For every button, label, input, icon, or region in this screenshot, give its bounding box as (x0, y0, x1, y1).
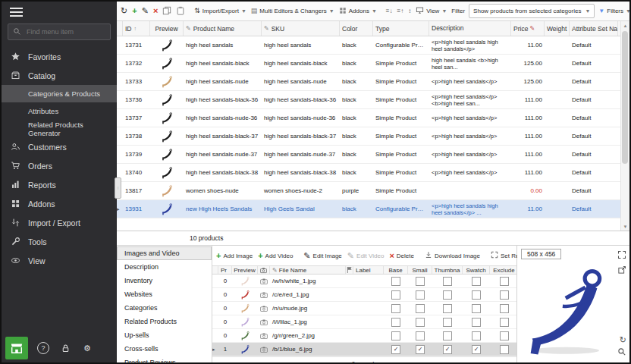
base-checkbox[interactable] (391, 318, 400, 327)
tab-up-sells[interactable]: Up-sells (117, 328, 212, 342)
tab-description[interactable]: Description (117, 260, 212, 274)
base-checkbox[interactable] (391, 290, 400, 300)
swatch-checkbox[interactable] (472, 277, 481, 286)
exclude-checkbox[interactable] (500, 345, 509, 354)
swatch-checkbox[interactable] (472, 318, 481, 327)
sidebar-item-catalog[interactable]: Catalog (2, 66, 117, 85)
copy-button[interactable] (162, 6, 171, 17)
tab-categories[interactable]: Categories (117, 301, 212, 315)
zoom-icon[interactable] (617, 346, 626, 359)
image-row-b-1-blue-6-jpg[interactable]: ▸1/b/1/blue_6.jpg✓✓✓✓ (212, 343, 516, 356)
swatch-checkbox[interactable] (472, 331, 481, 340)
scroll-down-icon[interactable]: ▼ (621, 222, 629, 231)
tab-related-products[interactable]: Related Products (117, 315, 212, 328)
image-row-l-i-lilac-1-jpg[interactable]: 0/l/i/lilac_1.jpg (212, 315, 516, 329)
thumbnail-checkbox[interactable]: ✓ (443, 345, 452, 354)
image-row-w-h-white-1-jpg[interactable]: 0/w/h/white_1.jpg (212, 275, 516, 288)
add-image-button[interactable]: +Add Image (216, 252, 253, 260)
image-row-g-r-green-2-jpg[interactable]: 0/g/r/green_2.jpg (212, 329, 516, 343)
exclude-checkbox[interactable] (500, 318, 509, 327)
tab-images-and-video[interactable]: Images and Video (117, 246, 212, 260)
column-header-preview[interactable]: Preview (150, 21, 184, 36)
sidebar-item-import-export[interactable]: Import / Export (2, 213, 117, 232)
search-input[interactable] (25, 27, 105, 36)
rotate-icon[interactable]: ↻ (620, 332, 626, 346)
small-checkbox[interactable] (416, 304, 425, 313)
thumbnail-checkbox[interactable] (443, 290, 452, 300)
import-export-menu[interactable]: ⇅ Import/Export▼ (194, 8, 246, 14)
small-checkbox[interactable] (416, 318, 425, 327)
sort-ascending-button[interactable]: ≡↓ (386, 8, 393, 14)
refresh-button[interactable]: ↻ (121, 7, 127, 15)
column-header-thumbnail[interactable]: Thumbna (432, 266, 463, 274)
column-header-product-name[interactable]: ✎Product Name (184, 21, 262, 36)
sidebar-item-customers[interactable]: Customers (2, 137, 117, 156)
column-header-label[interactable]: Label (353, 266, 384, 274)
swatch-checkbox[interactable] (472, 290, 481, 300)
product-row-13738[interactable]: 13738high heel sandals-black-37high heel… (117, 127, 623, 146)
lock-icon[interactable] (59, 344, 71, 353)
column-header-type[interactable]: Type (373, 21, 429, 36)
tab-inventory[interactable]: Inventory (117, 274, 212, 287)
sidebar-item-addons[interactable]: Addons (2, 194, 117, 213)
product-row-13740[interactable]: 13740high heel sandals-black-38high heel… (117, 164, 623, 182)
exclude-checkbox[interactable] (500, 331, 509, 340)
edit-image-button[interactable]: ✎Edit Image (303, 252, 341, 260)
column-header-weight[interactable]: Weight (545, 21, 570, 36)
column-header-file-name[interactable]: ✎File Name (270, 266, 346, 274)
menu-hamburger-icon[interactable] (10, 8, 23, 17)
help-icon[interactable]: ? (37, 342, 49, 354)
sidebar-search[interactable] (8, 24, 111, 40)
column-header-priority[interactable]: Pr (218, 266, 232, 274)
sidebar-item-tools[interactable]: Tools (2, 232, 117, 251)
download-image-button[interactable]: Download Image (425, 251, 480, 260)
column-header-description[interactable]: Description (429, 21, 511, 36)
thumbnail-checkbox[interactable] (443, 331, 452, 340)
add-video-button[interactable]: +Add Video (258, 252, 293, 260)
store-manager-logo-icon[interactable] (5, 337, 28, 359)
pane-splitter-handle[interactable]: ⁞ (115, 177, 121, 199)
tab-cross-sells[interactable]: Cross-sells (117, 342, 212, 356)
delete-image-button[interactable]: ×Delete (389, 252, 414, 260)
column-header-attribute-set[interactable]: Attribute Set Name (570, 21, 618, 36)
base-checkbox[interactable] (391, 331, 400, 340)
base-checkbox[interactable] (391, 277, 400, 286)
grid-scrollbar[interactable]: ▲ ▼ (620, 21, 629, 231)
base-checkbox[interactable] (391, 304, 400, 313)
product-row-13731[interactable]: 13731high heel sandalshigh heel sandalsb… (117, 36, 623, 55)
sidebar-subitem-categories-products[interactable]: Categories & Products (2, 85, 117, 102)
scroll-up-icon[interactable]: ▲ (621, 21, 629, 30)
sidebar-item-orders[interactable]: Orders (2, 156, 117, 175)
product-row-13736[interactable]: 13736high heel sandals-black-36high heel… (117, 91, 623, 109)
view-menu[interactable]: View▼ (416, 6, 447, 16)
image-row-c-e-red-1-jpg[interactable]: 0/c/e/red_1.jpg (212, 288, 516, 302)
small-checkbox[interactable] (416, 277, 425, 286)
column-header-swatch[interactable]: Swatch (463, 266, 490, 274)
column-header-small[interactable]: Small (408, 266, 432, 274)
product-row-13931[interactable]: ▸13931new High Heels SandalsHigh Geels S… (117, 200, 623, 218)
sidebar-item-view[interactable]: View (2, 251, 117, 270)
product-row-13737[interactable]: 13737high heel sandals-nude-36high heel … (117, 109, 623, 127)
tab-product-reviews[interactable]: Product Reviews (117, 356, 212, 364)
sidebar-item-favorites[interactable]: Favorites (2, 47, 117, 66)
scrollbar-thumb[interactable] (622, 31, 628, 164)
sort-toggle-button[interactable]: ↕ (408, 8, 411, 14)
image-row-n-u-nude-jpg[interactable]: 0/n/u/nude.jpg (212, 302, 516, 315)
preview-image[interactable] (520, 265, 619, 349)
thumbnail-checkbox[interactable] (443, 304, 452, 313)
product-row-13739[interactable]: 13739high heel sandals-nude-37high heel … (117, 146, 623, 164)
settings-gear-icon[interactable]: ⚙ (81, 344, 93, 353)
base-checkbox[interactable]: ✓ (391, 345, 400, 354)
small-checkbox[interactable]: ✓ (416, 345, 425, 354)
column-header-price[interactable]: Price✎ (511, 21, 545, 36)
multi-editors-menu[interactable]: ▤ Multi Editors & Changers▼ (251, 8, 334, 14)
column-header-id[interactable]: ID↑ (123, 21, 150, 36)
thumbnail-checkbox[interactable] (443, 318, 452, 327)
add-product-button[interactable]: + (132, 7, 137, 15)
small-checkbox[interactable] (416, 290, 425, 300)
column-header-base[interactable]: Base (384, 266, 408, 274)
exclude-checkbox[interactable] (500, 304, 509, 313)
sort-descending-button[interactable]: ≡↑ (397, 8, 404, 14)
product-row-13817[interactable]: 13817women shoes-nudewomen shoes-nude-2p… (117, 182, 623, 200)
column-header-exclude[interactable]: Exclude (490, 266, 519, 274)
